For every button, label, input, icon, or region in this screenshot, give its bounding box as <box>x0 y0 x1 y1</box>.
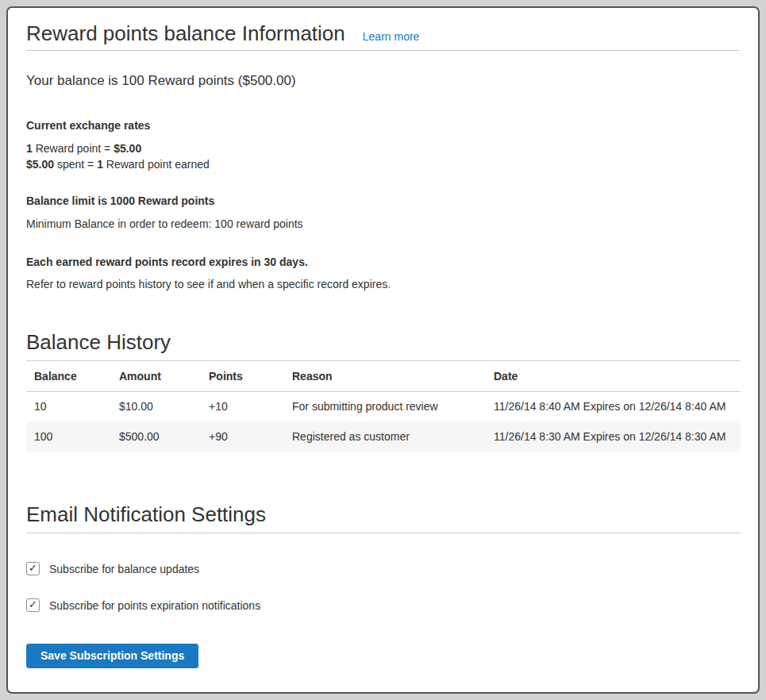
page-background: Reward points balance Information Learn … <box>0 0 766 700</box>
column-header-balance: Balance <box>26 361 111 391</box>
points-expiration-checkbox[interactable]: ✓ <box>26 598 40 612</box>
balance-summary: Your balance is 100 Reward points ($500.… <box>26 71 741 90</box>
cell-points: +90 <box>201 421 284 452</box>
balance-updates-label[interactable]: Subscribe for balance updates <box>49 563 199 575</box>
rate-point-to-currency: 1 Reward point = $5.00 <box>26 142 141 155</box>
balance-limit-text: Balance limit is 1000 Reward points <box>26 193 741 209</box>
exchange-rates-lines: 1 Reward point = $5.00 $5.00 spent = 1 R… <box>26 141 741 172</box>
cell-points: +10 <box>201 391 284 421</box>
expiration-notice: Each earned reward points record expires… <box>26 254 741 270</box>
cell-reason: For submitting product review <box>284 391 486 421</box>
rate-currency-to-point: $5.00 spent = 1 Reward point earned <box>26 158 210 171</box>
cell-amount: $500.00 <box>111 421 201 452</box>
points-expiration-label[interactable]: Subscribe for points expiration notifica… <box>49 599 260 612</box>
checkmark-icon: ✓ <box>29 563 37 573</box>
cell-date: 11/26/14 8:30 AM Expires on 12/26/14 8:3… <box>486 421 741 452</box>
save-subscription-settings-button[interactable]: Save Subscription Settings <box>26 644 198 668</box>
cell-balance: 100 <box>26 421 111 452</box>
table-row: 100 $500.00 +90 Registered as customer 1… <box>26 421 741 452</box>
header-divider <box>26 50 741 51</box>
table-row: 10 $10.00 +10 For submitting product rev… <box>26 391 741 421</box>
expiration-hint: Refer to reward points history to see if… <box>26 277 741 293</box>
cell-date: 11/26/14 8:40 AM Expires on 12/26/14 8:4… <box>486 391 741 421</box>
balance-history-table: Balance Amount Points Reason Date 10 $10… <box>26 361 741 452</box>
page-title: Reward points balance Information <box>26 18 345 48</box>
exchange-rates-heading: Current exchange rates <box>26 117 741 133</box>
cell-reason: Registered as customer <box>284 421 486 452</box>
email-notification-heading: Email Notification Settings <box>26 501 741 528</box>
email-notification-divider <box>26 533 741 533</box>
learn-more-link[interactable]: Learn more <box>363 30 420 43</box>
column-header-amount: Amount <box>111 361 201 391</box>
reward-points-card: Reward points balance Information Learn … <box>6 6 760 694</box>
balance-updates-checkbox[interactable]: ✓ <box>26 562 40 575</box>
column-header-date: Date <box>486 361 741 391</box>
cell-amount: $10.00 <box>111 391 201 421</box>
column-header-points: Points <box>201 361 284 391</box>
table-header-row: Balance Amount Points Reason Date <box>26 361 741 391</box>
checkmark-icon: ✓ <box>29 599 37 610</box>
header-row: Reward points balance Information Learn … <box>26 18 741 48</box>
balance-updates-option: ✓ Subscribe for balance updates <box>26 562 741 575</box>
points-expiration-option: ✓ Subscribe for points expiration notifi… <box>26 598 741 612</box>
cell-balance: 10 <box>26 391 111 421</box>
minimum-balance-text: Minimum Balance in order to redeem: 100 … <box>26 217 741 233</box>
balance-history-heading: Balance History <box>26 329 741 356</box>
column-header-reason: Reason <box>284 361 486 391</box>
